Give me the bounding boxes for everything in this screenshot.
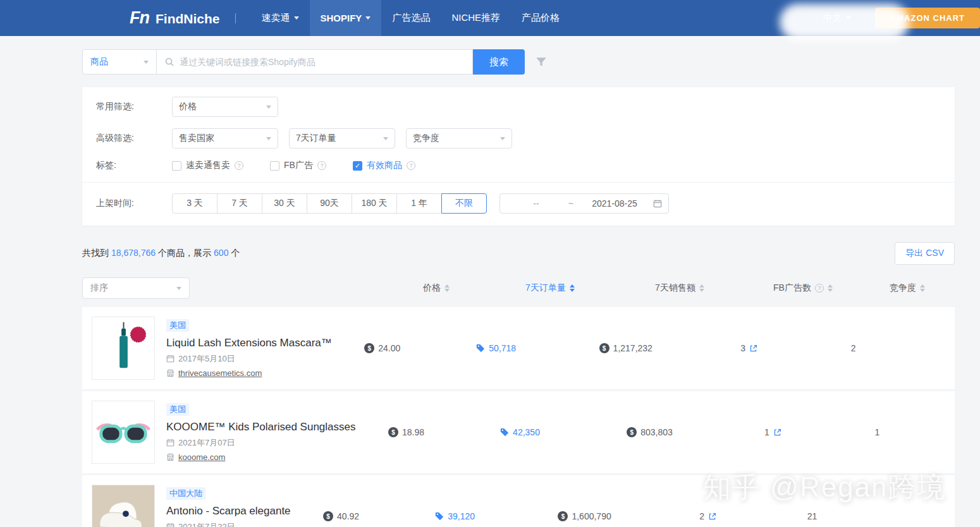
product-image[interactable] [92, 485, 155, 527]
product-image[interactable] [92, 317, 155, 380]
column-header-sales7d[interactable]: 7天销售额 [613, 282, 746, 294]
main-nav: 速卖通 SHOPIFY 广告选品 NICHE推荐 产品价格 [251, 0, 571, 36]
help-icon[interactable]: ? [317, 161, 326, 170]
nav-label: 广告选品 [392, 12, 430, 24]
time-option-3d[interactable]: 3 天 [172, 193, 217, 214]
column-header-fb-ads[interactable]: FB广告数 ? [746, 282, 860, 294]
calendar-icon [166, 439, 175, 447]
nav-item-product-price[interactable]: 产品价格 [511, 0, 570, 36]
price-value: 18.98 [402, 427, 424, 437]
nav-item-ad-products[interactable]: 广告选品 [381, 0, 441, 36]
brand-icon: Fn [130, 8, 149, 28]
checkbox-unchecked[interactable] [270, 161, 279, 171]
tag-aliexpress-sold[interactable]: 速卖通售卖 ? [172, 160, 243, 171]
sort-icon[interactable] [699, 284, 704, 292]
country-filter-select[interactable]: 售卖国家 [172, 128, 278, 148]
advanced-filter-label: 高级筛选: [96, 133, 172, 144]
tag-fb-ads[interactable]: FB广告 ? [270, 160, 326, 171]
chevron-down-icon [365, 16, 371, 20]
time-option-90d[interactable]: 90天 [307, 193, 352, 214]
competition-cell: 21 [765, 511, 860, 521]
tag-valid-products[interactable]: 有效商品 ? [353, 160, 415, 171]
search-button[interactable]: 搜索 [473, 49, 525, 75]
checkbox-unchecked[interactable] [172, 161, 181, 171]
product-image[interactable] [92, 401, 155, 464]
search-category-value: 商品 [90, 56, 108, 68]
column-header-competition[interactable]: 竞争度 [860, 282, 955, 294]
export-csv-button[interactable]: 导出 CSV [895, 242, 955, 265]
time-option-30d[interactable]: 30 天 [262, 193, 307, 214]
fb-ads-cell: 1 [716, 427, 830, 437]
search-input[interactable] [180, 57, 465, 67]
sales7d-cell: $ 1,217,232 [560, 343, 692, 353]
help-icon[interactable]: ? [235, 161, 243, 170]
dollar-icon: $ [599, 343, 609, 353]
time-option-1y[interactable]: 1 年 [396, 193, 442, 214]
brand-logo[interactable]: Fn FindNiche [130, 8, 220, 28]
column-label: FB广告数 [773, 282, 811, 294]
region-badge: 中国大陆 [166, 487, 205, 500]
filter-funnel-icon[interactable] [535, 56, 548, 68]
product-title[interactable]: Liquid Lash Extensions Mascara™ [166, 337, 332, 349]
column-header-orders7d[interactable]: 7天订单量 [487, 282, 613, 294]
product-title[interactable]: Antonio - Scarpa elegante [166, 505, 291, 518]
sort-icon[interactable] [920, 284, 925, 292]
checkbox-checked[interactable] [353, 161, 362, 171]
listed-date: 2021年7月22日 [178, 521, 235, 527]
product-list: 美国 Liquid Lash Extensions Mascara™ 2017年… [82, 307, 955, 527]
user-account-blurred[interactable] [780, 4, 909, 40]
competition-cell: 1 [830, 427, 925, 437]
chevron-down-icon [500, 137, 505, 140]
fb-ads-value: 1 [764, 427, 769, 437]
product-site-row: thrivecausemetics.com [166, 368, 332, 378]
external-link-icon[interactable] [708, 512, 716, 521]
competition-value: 2 [851, 343, 856, 353]
help-icon[interactable]: ? [407, 161, 415, 170]
results-summary-row: 共找到18,678,766个商品，展示600个 导出 CSV [82, 242, 955, 265]
date-from-value[interactable]: -- [506, 198, 566, 209]
external-link-icon[interactable] [773, 428, 781, 437]
sort-icon[interactable] [570, 284, 575, 292]
summary-prefix: 共找到 [82, 248, 109, 258]
chevron-down-icon [144, 61, 149, 64]
table-row: 美国 KOOOME™ Kids Polarised Sunglasses 202… [82, 391, 955, 473]
country-filter-value: 售卖国家 [179, 133, 214, 144]
nav-item-shopify[interactable]: SHOPIFY [310, 0, 382, 36]
nav-label: SHOPIFY [321, 13, 362, 23]
nav-item-aliexpress[interactable]: 速卖通 [251, 0, 310, 36]
time-option-unlimited[interactable]: 不限 [441, 193, 487, 214]
store-link[interactable]: thrivecausemetics.com [178, 368, 262, 378]
column-header-price[interactable]: 价格 [386, 282, 487, 294]
store-link[interactable]: kooome.com [178, 452, 225, 462]
dollar-icon: $ [627, 427, 637, 437]
table-row: 美国 Liquid Lash Extensions Mascara™ 2017年… [82, 307, 955, 389]
external-link-icon[interactable] [749, 344, 757, 353]
store-icon [166, 369, 175, 377]
product-info: 中国大陆 Antonio - Scarpa elegante 2021年7月22… [166, 487, 291, 527]
calendar-icon [166, 354, 175, 363]
tag-label: FB广告 [284, 160, 313, 171]
product-info: 美国 KOOOME™ Kids Polarised Sunglasses 202… [166, 403, 356, 462]
listed-date: 2021年7月07日 [178, 437, 235, 449]
product-title[interactable]: KOOOME™ Kids Polarised Sunglasses [166, 421, 356, 433]
sort-select[interactable]: 排序 [82, 277, 190, 299]
time-option-7d[interactable]: 7 天 [217, 193, 262, 214]
price-filter-select[interactable]: 价格 [172, 97, 278, 117]
table-header: 排序 价格 7天订单量 7天销售额 FB广告数 ? 竞争度 [82, 277, 955, 299]
search-category-select[interactable]: 商品 [82, 49, 157, 75]
help-icon[interactable]: ? [815, 284, 824, 293]
search-icon [164, 57, 175, 67]
time-option-180d[interactable]: 180 天 [352, 193, 397, 214]
orders7d-value[interactable]: 50,718 [489, 343, 516, 353]
nav-item-niche-recommend[interactable]: NICHE推荐 [441, 0, 511, 36]
orders7d-value[interactable]: 39,120 [448, 511, 475, 521]
sort-icon[interactable] [828, 284, 833, 292]
orders7d-filter-select[interactable]: 7天订单量 [289, 128, 395, 148]
date-range-picker[interactable]: -- ~ 2021-08-25 [499, 193, 669, 214]
competition-filter-select[interactable]: 竞争度 [406, 128, 512, 148]
calendar-icon [166, 523, 175, 527]
sort-icon[interactable] [444, 284, 450, 292]
nav-label: 产品价格 [522, 12, 560, 24]
date-to-value[interactable]: 2021-08-25 [576, 198, 653, 209]
orders7d-value[interactable]: 42,350 [513, 427, 540, 437]
